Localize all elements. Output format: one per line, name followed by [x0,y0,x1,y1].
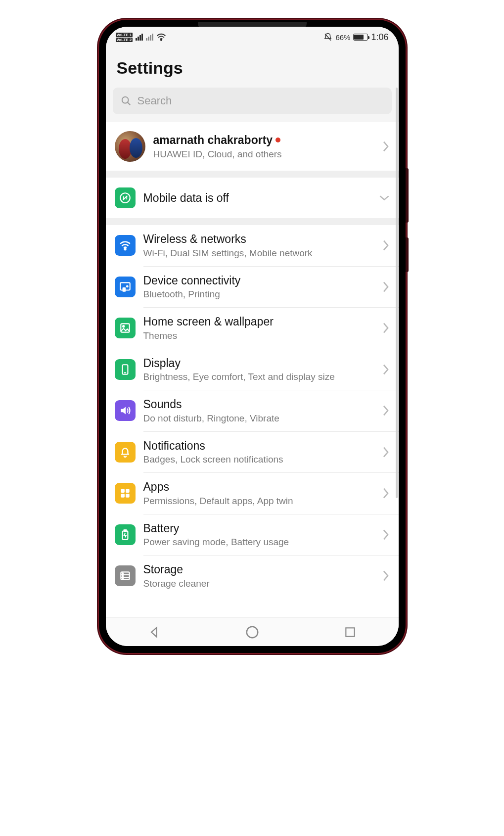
status-bar: VoLTE 1 VoLTE 2 66% 1:06 [106,27,399,46]
item-subtitle: Permissions, Default apps, App twin [143,495,374,507]
settings-item-sounds[interactable]: SoundsDo not disturb, Ringtone, Vibrate [106,390,399,431]
settings-scroll[interactable]: amarnath chakraborty HUAWEI ID, Cloud, a… [106,88,399,617]
wifi-status-icon [156,33,166,41]
chevron-right-icon [382,570,390,582]
chevron-right-icon [382,446,390,458]
page-title: Settings [106,46,399,88]
item-subtitle: Badges, Lock screen notifications [143,454,374,465]
search-icon [121,95,132,106]
item-subtitle: Brightness, Eye comfort, Text and displa… [143,371,374,383]
chevron-right-icon [382,281,390,293]
chevron-down-icon [379,194,390,201]
mobile-data-title: Mobile data is off [143,191,371,205]
svg-point-19 [122,578,123,579]
nav-recent-icon[interactable] [344,626,357,639]
account-subtitle: HUAWEI ID, Cloud, and others [153,148,374,160]
item-subtitle: Power saving mode, Battery usage [143,536,374,548]
item-subtitle: Storage cleaner [143,578,374,590]
svg-point-18 [122,576,123,577]
svg-point-3 [124,248,126,250]
battery-icon [115,524,136,545]
item-title: Battery [143,521,374,536]
battery-percent: 66% [335,33,350,42]
mute-icon [323,33,332,42]
item-title: Sounds [143,397,374,412]
item-subtitle: Wi-Fi, Dual SIM settings, Mobile network [143,247,374,259]
account-row[interactable]: amarnath chakraborty HUAWEI ID, Cloud, a… [106,122,399,171]
chevron-right-icon [382,364,390,375]
volume-button [406,168,409,223]
search-input[interactable] [137,94,384,107]
screen: VoLTE 1 VoLTE 2 66% 1:06 Settings [106,27,399,646]
account-name: amarnath chakraborty [153,133,374,147]
settings-item-home-screen-wallpaper[interactable]: Home screen & wallpaperThemes [106,308,399,349]
svg-point-8 [123,325,124,327]
svg-rect-12 [121,494,125,498]
settings-item-notifications[interactable]: NotificationsBadges, Lock screen notific… [106,432,399,473]
svg-rect-10 [121,489,125,493]
notification-dot-icon [275,138,280,142]
item-title: Wireless & networks [143,232,374,246]
item-subtitle: Bluetooth, Printing [143,288,374,300]
nav-home-icon[interactable] [245,625,260,640]
battery-icon [353,34,368,41]
item-title: Display [143,356,374,371]
svg-rect-13 [126,494,130,498]
wifi-icon [115,235,136,256]
mobile-data-off-icon [115,187,136,208]
svg-point-1 [122,97,128,103]
settings-item-apps[interactable]: AppsPermissions, Default apps, App twin [106,473,399,514]
svg-point-17 [122,573,123,574]
cast-icon [115,277,136,297]
settings-item-device-connectivity[interactable]: Device connectivityBluetooth, Printing [106,267,399,308]
grid-icon [115,483,136,504]
clock: 1:06 [371,32,388,43]
item-title: Notifications [143,439,374,453]
settings-item-display[interactable]: DisplayBrightness, Eye comfort, Text and… [106,349,399,390]
tablet-icon [115,359,136,380]
nav-back-icon[interactable] [147,625,161,639]
chevron-right-icon [382,322,390,334]
settings-item-wireless-networks[interactable]: Wireless & networksWi-Fi, Dual SIM setti… [106,225,399,266]
item-title: Storage [143,562,374,577]
storage-icon [115,565,136,586]
mobile-data-row[interactable]: Mobile data is off [106,178,399,218]
power-button [406,237,409,272]
signal-1-icon [136,34,143,41]
settings-list: Wireless & networksWi-Fi, Dual SIM setti… [106,225,399,597]
bell-icon [115,442,136,463]
item-subtitle: Themes [143,330,374,342]
signal-2-icon [146,34,153,41]
image-icon [115,318,136,338]
chevron-right-icon [382,487,390,499]
volte-indicator: VoLTE 1 VoLTE 2 [116,33,133,42]
svg-rect-11 [126,489,130,493]
item-title: Home screen & wallpaper [143,315,374,329]
svg-rect-5 [122,287,126,292]
item-title: Apps [143,480,374,494]
search-field[interactable] [113,88,392,114]
svg-point-6 [127,285,128,287]
svg-point-20 [247,626,258,638]
item-title: Device connectivity [143,274,374,288]
settings-item-storage[interactable]: StorageStorage cleaner [106,556,399,597]
chevron-right-icon [382,405,390,417]
chevron-right-icon [382,529,390,541]
volume-icon [115,400,136,421]
svg-rect-21 [346,628,354,636]
chevron-right-icon [382,140,390,152]
chevron-right-icon [382,239,390,251]
phone-frame: VoLTE 1 VoLTE 2 66% 1:06 Settings [99,20,406,653]
svg-point-0 [161,40,162,41]
svg-rect-15 [124,530,126,531]
svg-rect-7 [121,324,129,332]
scroll-indicator [396,88,398,498]
item-subtitle: Do not disturb, Ringtone, Vibrate [143,413,374,424]
navigation-bar [106,617,399,646]
settings-item-battery[interactable]: BatteryPower saving mode, Battery usage [106,514,399,556]
avatar [115,131,145,162]
